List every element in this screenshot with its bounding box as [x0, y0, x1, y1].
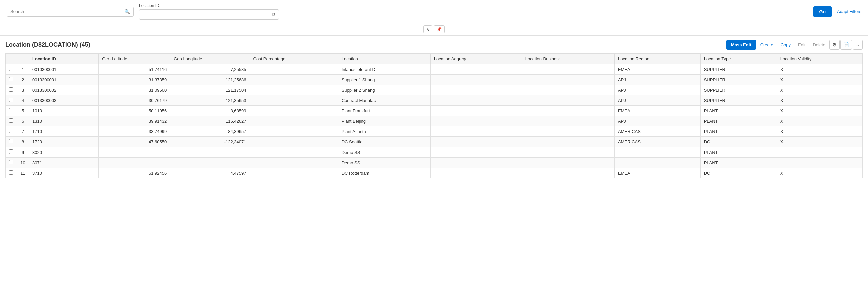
col-header-geo-lon: Geo Longitude	[170, 54, 250, 64]
row-number: 4	[17, 95, 29, 106]
row-checkbox[interactable]	[9, 139, 13, 143]
row-number: 3	[17, 85, 29, 95]
table-row[interactable]: 103071Demo SSPLANT	[6, 158, 863, 168]
geo-lat-cell: 51,92456	[99, 168, 170, 178]
search-input[interactable]	[10, 9, 124, 14]
pin-button[interactable]: 📌	[434, 25, 445, 33]
row-checkbox-cell	[6, 168, 17, 178]
loc-region-cell	[614, 147, 701, 158]
table-row[interactable]: 5101050,110568,68599Plant FrankfurtEMEAP…	[6, 106, 863, 116]
loc-validity-cell: X	[777, 127, 862, 137]
location-cell: Inlandslieferant D	[338, 64, 430, 75]
loc-agg-cell	[430, 85, 522, 95]
row-checkbox[interactable]	[9, 77, 13, 81]
loc-bus-cell	[522, 106, 614, 116]
geo-lon-cell: 8,68599	[170, 106, 250, 116]
table-row[interactable]: 3001330000231,09500121,17504Supplier 2 S…	[6, 85, 863, 95]
cost-pct-cell	[250, 85, 338, 95]
cost-pct-cell	[250, 158, 338, 168]
row-number: 5	[17, 106, 29, 116]
loc-bus-cell	[522, 116, 614, 127]
loc-type-cell: SUPPLIER	[701, 64, 777, 75]
row-checkbox[interactable]	[9, 108, 13, 112]
row-number: 1	[17, 64, 29, 75]
location-cell: Supplier 1 Shang	[338, 75, 430, 85]
row-checkbox[interactable]	[9, 170, 13, 174]
adapt-filters-link[interactable]: Adapt Filters	[837, 9, 861, 14]
table-row[interactable]: 11371051,924564,47597DC RotterdamEMEADCX	[6, 168, 863, 178]
row-checkbox[interactable]	[9, 129, 13, 133]
expand-button[interactable]: ⌄	[852, 40, 863, 50]
location-id-cell: 0013300002	[29, 85, 99, 95]
cost-pct-cell	[250, 137, 338, 147]
table-row[interactable]: 7171033,74999-84,39657Plant AtlantaAMERI…	[6, 127, 863, 137]
loc-agg-cell	[430, 106, 522, 116]
loc-type-cell: SUPPLIER	[701, 85, 777, 95]
settings-button[interactable]: ⚙	[829, 40, 840, 50]
loc-region-cell: EMEA	[614, 168, 701, 178]
row-checkbox[interactable]	[9, 98, 13, 102]
collapse-button[interactable]: ∧	[423, 25, 432, 33]
mass-edit-button[interactable]: Mass Edit	[726, 40, 756, 50]
geo-lat-cell: 39,91432	[99, 116, 170, 127]
row-checkbox-cell	[6, 137, 17, 147]
col-header-loc-type: Location Type	[701, 54, 777, 64]
loc-validity-cell	[777, 158, 862, 168]
row-num-header	[17, 54, 29, 64]
location-cell: Demo SS	[338, 158, 430, 168]
geo-lat-cell: 31,09500	[99, 85, 170, 95]
geo-lon-cell: 121,17504	[170, 85, 250, 95]
loc-agg-cell	[430, 64, 522, 75]
search-icon-button[interactable]: 🔍	[124, 9, 130, 15]
geo-lon-cell: 116,42627	[170, 116, 250, 127]
row-checkbox[interactable]	[9, 160, 13, 164]
location-id-input[interactable]	[143, 12, 272, 17]
row-checkbox[interactable]	[9, 66, 13, 71]
loc-region-cell: EMEA	[614, 106, 701, 116]
edit-button[interactable]: Edit	[795, 40, 809, 50]
copy-button[interactable]: Copy	[777, 40, 794, 50]
loc-validity-cell: X	[777, 106, 862, 116]
location-cell: Demo SS	[338, 147, 430, 158]
loc-bus-cell	[522, 75, 614, 85]
table-body: 1001030000151,741167,25585Inlandsliefera…	[6, 64, 863, 178]
create-button[interactable]: Create	[757, 40, 777, 50]
location-cell: Plant Frankfurt	[338, 106, 430, 116]
table-row[interactable]: 1001030000151,741167,25585Inlandsliefera…	[6, 64, 863, 75]
loc-bus-cell	[522, 95, 614, 106]
geo-lat-cell: 51,74116	[99, 64, 170, 75]
row-checkbox-cell	[6, 95, 17, 106]
loc-validity-cell: X	[777, 85, 862, 95]
table-row[interactable]: 93020Demo SSPLANT	[6, 147, 863, 158]
row-checkbox[interactable]	[9, 149, 13, 154]
row-checkbox-cell	[6, 116, 17, 127]
go-button[interactable]: Go	[813, 6, 832, 17]
table-row[interactable]: 4001330000330,76179121,35653Contract Man…	[6, 95, 863, 106]
delete-button[interactable]: Delete	[809, 40, 829, 50]
row-number: 9	[17, 147, 29, 158]
loc-bus-cell	[522, 147, 614, 158]
geo-lon-cell: -122,34071	[170, 137, 250, 147]
row-checkbox[interactable]	[9, 118, 13, 123]
row-checkbox[interactable]	[9, 87, 13, 92]
location-id-label: Location ID:	[139, 3, 160, 8]
loc-type-cell: DC	[701, 168, 777, 178]
row-number: 8	[17, 137, 29, 147]
copy-input-icon-button[interactable]: ⧉	[272, 12, 275, 18]
geo-lon-cell: 121,25686	[170, 75, 250, 85]
loc-validity-cell: X	[777, 75, 862, 85]
table-row[interactable]: 8172047,60550-122,34071DC SeattleAMERICA…	[6, 137, 863, 147]
col-header-geo-lat: Geo Latitude	[99, 54, 170, 64]
geo-lon-cell	[170, 158, 250, 168]
table-row[interactable]: 6131039,91432116,42627Plant BeijingAPJPL…	[6, 116, 863, 127]
loc-bus-cell	[522, 64, 614, 75]
view-button[interactable]: 📄	[840, 40, 852, 50]
loc-agg-cell	[430, 127, 522, 137]
geo-lat-cell: 31,37359	[99, 75, 170, 85]
geo-lon-cell: -84,39657	[170, 127, 250, 137]
loc-validity-cell	[777, 147, 862, 158]
table-row[interactable]: 2001330000131,37359121,25686Supplier 1 S…	[6, 75, 863, 85]
location-cell: Plant Atlanta	[338, 127, 430, 137]
location-id-cell: 0013300003	[29, 95, 99, 106]
cost-pct-cell	[250, 64, 338, 75]
